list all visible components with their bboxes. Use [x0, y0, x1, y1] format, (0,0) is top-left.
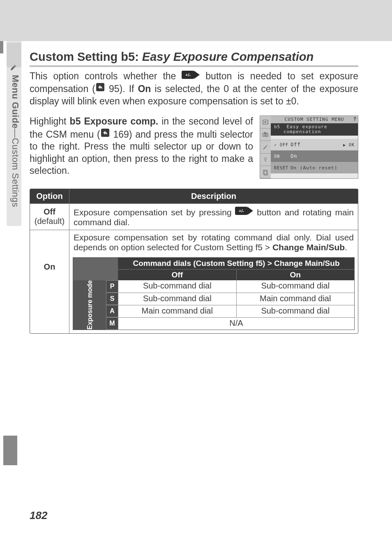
- dial-table: Command dials (Custom Setting f5) > Chan…: [73, 257, 355, 330]
- dialtbl-row-P: Sub-command dial Sub-command dial: [118, 280, 354, 292]
- cm-o2-tag: ON: [274, 154, 291, 159]
- optbl-hdr-desc: Description: [69, 189, 358, 203]
- optbl-off-desc: Exposure compensation set by pressing +/…: [69, 204, 358, 230]
- cell-P-off: Sub-command dial: [118, 280, 236, 292]
- svg-text:+/-: +/-: [239, 208, 244, 213]
- xref-icon: [95, 82, 105, 92]
- cell-M-na: N/A: [118, 318, 354, 330]
- left-thumb-marker: [3, 436, 17, 465]
- mode-A: A: [106, 305, 118, 317]
- side-tab-label-sep: —: [10, 129, 21, 138]
- exposure-comp-button-icon: +/-: [235, 206, 253, 215]
- cm-h-l3: compensation: [284, 129, 321, 134]
- options-table: Option Description Off (default) Exposur…: [30, 189, 358, 334]
- intro-seg-a: This option controls whether the: [30, 71, 176, 81]
- dialtbl-row-M: N/A: [118, 317, 354, 330]
- dialtbl-title: Command dials (Custom Setting f5) > Chan…: [118, 258, 354, 269]
- cm-o1-lbl: Off: [291, 142, 301, 148]
- optbl-on-label: On: [30, 230, 69, 333]
- dialtbl-row-label: Exposure mode: [73, 280, 106, 330]
- cm-o3-lbl: On (Auto reset): [291, 165, 337, 171]
- svg-point-6: [265, 134, 267, 136]
- dialtbl-col-on: On: [236, 269, 355, 280]
- side-tab-label: Menu Guide—Custom Settings: [8, 75, 21, 223]
- dialtbl-col-off: Off: [118, 269, 236, 280]
- cell-A-off: Main command dial: [118, 305, 236, 317]
- dialtbl-blank: [73, 258, 118, 269]
- optbl-on: On: [32, 262, 67, 272]
- tab-playback-icon: [260, 116, 271, 128]
- help-icon: ?: [353, 116, 356, 122]
- exposure-comp-button-icon: +/-: [182, 70, 200, 79]
- camera-menu-tabs: [260, 116, 271, 178]
- p2-bold: b5 Exposure comp.: [70, 116, 159, 127]
- optbl-on-desc: Exposure compensation set by rotating co…: [69, 230, 358, 255]
- top-gray-band: [0, 0, 392, 41]
- cm-o3-tag: RESET: [274, 166, 291, 170]
- p2-xref: 169: [113, 129, 129, 140]
- cm-o2-lbl: On: [291, 153, 297, 159]
- cell-P-on: Sub-command dial: [236, 280, 355, 292]
- camera-menu-option-reset: RESET On (Auto reset): [271, 162, 358, 173]
- left-edge-marker: [0, 41, 3, 53]
- cell-S-on: Main command dial: [236, 293, 355, 305]
- tab-recent-icon: [260, 166, 271, 178]
- cm-o1-tag: ✓ OFF: [274, 143, 291, 147]
- camera-menu-title: CUSTOM SETTING MENU: [271, 116, 358, 123]
- off-desc-a: Exposure compensation set by pressing: [74, 208, 232, 217]
- intro-paragraph: This option controls whether the +/- but…: [30, 70, 358, 107]
- optbl-off-sub: (default): [32, 217, 67, 226]
- camera-menu-screenshot: CUSTOM SETTING MENU ? b5 Easy exposure c…: [260, 115, 358, 179]
- camera-menu-option-off: ✓ OFF Off ▶ OK: [271, 139, 358, 150]
- optbl-hdr-option: Option: [30, 189, 69, 203]
- tab-setup-icon: [260, 154, 271, 166]
- optbl-on-cell: Exposure compensation set by rotating co…: [69, 230, 358, 333]
- svg-text:+/-: +/-: [185, 72, 191, 77]
- intro-on: On: [138, 83, 151, 94]
- optbl-off: Off: [32, 207, 67, 217]
- camera-menu-header: b5 Easy exposure compensation: [271, 123, 358, 136]
- optbl-off-label: Off (default): [30, 204, 69, 230]
- cm-h-num: b5: [274, 124, 280, 129]
- pencil-icon: [9, 64, 18, 71]
- page-number: 182: [30, 509, 47, 522]
- svg-rect-7: [264, 132, 266, 133]
- tab-custom-icon: [260, 141, 271, 153]
- cell-A-on: Sub-command dial: [236, 305, 355, 317]
- xref-icon: [100, 128, 110, 138]
- dialtbl-row-S: Sub-command dial Main command dial: [118, 293, 354, 305]
- mode-P: P: [106, 280, 118, 293]
- tab-shooting-icon: [260, 129, 271, 141]
- on-desc-bold: Change Main/Sub: [272, 242, 345, 252]
- instruction-paragraph: Highlight b5 Exposure comp. in the secon…: [30, 115, 253, 177]
- side-tab-label-rest: Custom Settings: [10, 138, 21, 207]
- heading-lead: Custom Setting b5:: [30, 50, 139, 64]
- dialtbl-blank2: [73, 269, 118, 280]
- p2-a: Highlight: [30, 116, 67, 127]
- dialtbl-modes: P S A M: [106, 280, 118, 330]
- intro-xref1: 95: [109, 83, 120, 94]
- intro-seg-c: ). If: [120, 83, 134, 94]
- mode-M: M: [106, 317, 118, 330]
- cell-S-off: Sub-command dial: [118, 293, 236, 305]
- camera-menu-option-on: ON On: [271, 150, 358, 162]
- cm-o1-ok: ▶ OK: [343, 143, 355, 147]
- section-heading: Custom Setting b5: Easy Exposure Compens…: [30, 50, 358, 67]
- on-desc-end: .: [345, 242, 347, 252]
- mode-S: S: [106, 293, 118, 305]
- heading-title: Easy Exposure Compensation: [142, 50, 314, 64]
- side-tab-label-bold: Menu Guide: [10, 75, 21, 129]
- dialtbl-row-A: Main command dial Sub-command dial: [118, 305, 354, 317]
